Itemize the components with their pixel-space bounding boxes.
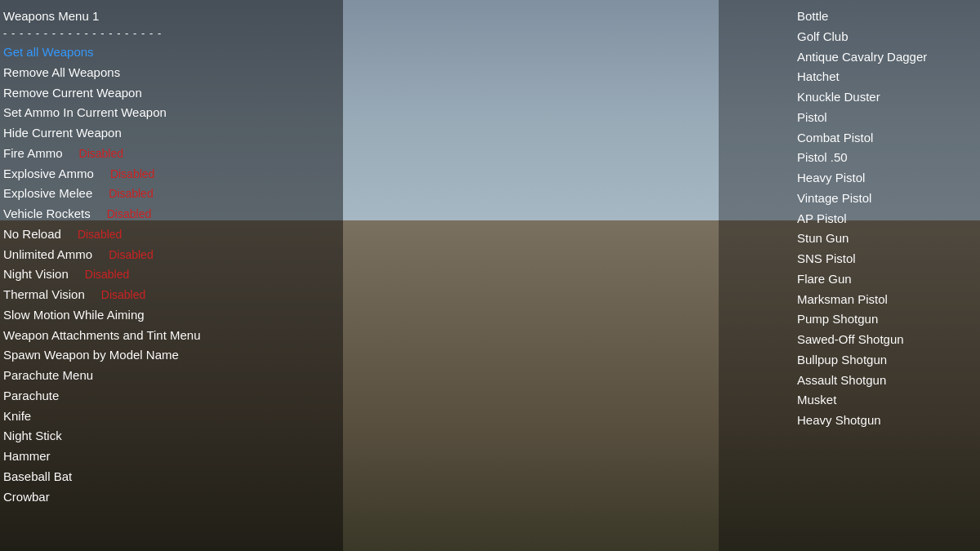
item-label-remove-current-weapon: Remove Current Weapon xyxy=(3,83,142,104)
item-label-spawn-weapon-model: Spawn Weapon by Model Name xyxy=(3,345,179,366)
menu-item-night-stick[interactable]: Night Stick xyxy=(3,426,314,447)
item-label-slow-motion-aiming: Slow Motion While Aiming xyxy=(3,305,145,326)
menu-item-slow-motion-aiming[interactable]: Slow Motion While Aiming xyxy=(3,305,314,326)
right-menu-item-bottle[interactable]: Bottle xyxy=(797,7,977,27)
item-label-unlimited-ammo: Unlimited Ammo xyxy=(3,245,92,265)
item-label-thermal-vision: Thermal Vision xyxy=(3,285,85,305)
right-menu-item-antique-cavalry-dagger[interactable]: Antique Cavalry Dagger xyxy=(797,47,977,68)
right-menu-item-combat-pistol[interactable]: Combat Pistol xyxy=(797,128,977,149)
right-menu-item-ap-pistol[interactable]: AP Pistol xyxy=(797,209,977,229)
right-item-label-bottle: Bottle xyxy=(797,7,828,27)
item-status-fire-ammo: Disabled xyxy=(79,144,123,163)
menu-item-set-ammo[interactable]: Set Ammo In Current Weapon xyxy=(3,103,314,123)
menu-item-hammer[interactable]: Hammer xyxy=(3,447,314,467)
left-menu-items: Get all WeaponsRemove All WeaponsRemove … xyxy=(3,42,314,507)
menu-title: Weapons Menu 1 xyxy=(3,7,314,26)
menu-item-no-reload[interactable]: No ReloadDisabled xyxy=(3,224,314,245)
right-menu-item-sns-pistol[interactable]: SNS Pistol xyxy=(797,249,977,269)
menu-item-crowbar[interactable]: Crowbar xyxy=(3,487,314,508)
right-menu: BottleGolf ClubAntique Cavalry DaggerHat… xyxy=(797,7,977,431)
item-label-night-stick: Night Stick xyxy=(3,426,62,447)
right-item-label-sawed-off-shotgun: Sawed-Off Shotgun xyxy=(797,330,904,350)
right-item-label-flare-gun: Flare Gun xyxy=(797,269,852,290)
right-item-label-bullpup-shotgun: Bullpup Shotgun xyxy=(797,350,887,371)
right-item-label-vintage-pistol: Vintage Pistol xyxy=(797,189,871,209)
menu-item-get-all-weapons[interactable]: Get all Weapons xyxy=(3,42,314,63)
right-menu-item-golf-club[interactable]: Golf Club xyxy=(797,27,977,47)
item-label-crowbar: Crowbar xyxy=(3,487,50,508)
item-label-vehicle-rockets: Vehicle Rockets xyxy=(3,204,91,224)
menu-item-spawn-weapon-model[interactable]: Spawn Weapon by Model Name xyxy=(3,345,314,366)
menu-item-vehicle-rockets[interactable]: Vehicle RocketsDisabled xyxy=(3,204,314,224)
menu-item-thermal-vision[interactable]: Thermal VisionDisabled xyxy=(3,285,314,305)
right-item-label-heavy-shotgun: Heavy Shotgun xyxy=(797,411,881,431)
item-label-hide-current-weapon: Hide Current Weapon xyxy=(3,123,122,144)
item-label-night-vision: Night Vision xyxy=(3,264,69,285)
right-menu-item-vintage-pistol[interactable]: Vintage Pistol xyxy=(797,189,977,209)
right-menu-item-heavy-shotgun[interactable]: Heavy Shotgun xyxy=(797,411,977,431)
item-label-explosive-melee: Explosive Melee xyxy=(3,184,92,204)
item-label-weapon-attachments: Weapon Attachments and Tint Menu xyxy=(3,326,201,346)
right-menu-item-sawed-off-shotgun[interactable]: Sawed-Off Shotgun xyxy=(797,330,977,350)
menu-item-baseball-bat[interactable]: Baseball Bat xyxy=(3,467,314,487)
right-menu-item-hatchet[interactable]: Hatchet xyxy=(797,67,977,87)
item-label-knife: Knife xyxy=(3,407,31,427)
left-menu: Weapons Menu 1 - - - - - - - - - - - - -… xyxy=(3,7,314,507)
right-item-label-assault-shotgun: Assault Shotgun xyxy=(797,371,886,391)
item-status-explosive-ammo: Disabled xyxy=(110,165,154,184)
item-label-parachute: Parachute xyxy=(3,386,59,407)
right-menu-item-musket[interactable]: Musket xyxy=(797,390,977,411)
item-label-hammer: Hammer xyxy=(3,447,51,467)
right-item-label-stun-gun: Stun Gun xyxy=(797,229,849,249)
right-item-label-heavy-pistol: Heavy Pistol xyxy=(797,168,865,189)
right-item-label-hatchet: Hatchet xyxy=(797,67,840,87)
menu-item-explosive-melee[interactable]: Explosive MeleeDisabled xyxy=(3,184,314,204)
right-item-label-marksman-pistol: Marksman Pistol xyxy=(797,290,888,310)
right-item-label-pistol-50: Pistol .50 xyxy=(797,148,848,168)
item-label-no-reload: No Reload xyxy=(3,224,61,245)
right-menu-item-knuckle-duster[interactable]: Knuckle Duster xyxy=(797,87,977,108)
item-label-fire-ammo: Fire Ammo xyxy=(3,144,63,164)
menu-item-knife[interactable]: Knife xyxy=(3,407,314,427)
item-status-explosive-melee: Disabled xyxy=(109,184,153,203)
menu-item-remove-current-weapon[interactable]: Remove Current Weapon xyxy=(3,83,314,104)
menu-item-fire-ammo[interactable]: Fire AmmoDisabled xyxy=(3,144,314,164)
menu-item-night-vision[interactable]: Night VisionDisabled xyxy=(3,264,314,285)
item-status-night-vision: Disabled xyxy=(85,265,129,284)
right-item-label-golf-club: Golf Club xyxy=(797,27,849,47)
right-menu-item-stun-gun[interactable]: Stun Gun xyxy=(797,229,977,249)
item-status-unlimited-ammo: Disabled xyxy=(109,246,153,264)
item-status-thermal-vision: Disabled xyxy=(101,286,145,304)
menu-item-parachute-menu[interactable]: Parachute Menu xyxy=(3,366,314,386)
right-item-label-pump-shotgun: Pump Shotgun xyxy=(797,309,878,330)
menu-item-hide-current-weapon[interactable]: Hide Current Weapon xyxy=(3,123,314,144)
item-status-vehicle-rockets: Disabled xyxy=(107,205,151,224)
right-menu-item-marksman-pistol[interactable]: Marksman Pistol xyxy=(797,290,977,310)
item-label-set-ammo: Set Ammo In Current Weapon xyxy=(3,103,167,123)
menu-item-weapon-attachments[interactable]: Weapon Attachments and Tint Menu xyxy=(3,326,314,346)
right-item-label-sns-pistol: SNS Pistol xyxy=(797,249,856,269)
menu-item-explosive-ammo[interactable]: Explosive AmmoDisabled xyxy=(3,164,314,184)
right-menu-item-pump-shotgun[interactable]: Pump Shotgun xyxy=(797,309,977,330)
item-label-get-all-weapons: Get all Weapons xyxy=(3,42,94,63)
right-menu-item-pistol[interactable]: Pistol xyxy=(797,108,977,128)
right-item-label-knuckle-duster: Knuckle Duster xyxy=(797,87,880,108)
right-menu-items: BottleGolf ClubAntique Cavalry DaggerHat… xyxy=(797,7,977,431)
right-item-label-musket: Musket xyxy=(797,390,836,411)
right-item-label-pistol: Pistol xyxy=(797,108,827,128)
item-label-explosive-ammo: Explosive Ammo xyxy=(3,164,94,184)
right-menu-item-heavy-pistol[interactable]: Heavy Pistol xyxy=(797,168,977,189)
right-menu-item-pistol-50[interactable]: Pistol .50 xyxy=(797,148,977,168)
item-status-no-reload: Disabled xyxy=(78,225,122,244)
right-menu-item-assault-shotgun[interactable]: Assault Shotgun xyxy=(797,371,977,391)
menu-item-remove-all-weapons[interactable]: Remove All Weapons xyxy=(3,63,314,83)
menu-item-parachute[interactable]: Parachute xyxy=(3,386,314,407)
right-item-label-antique-cavalry-dagger: Antique Cavalry Dagger xyxy=(797,47,927,68)
right-item-label-ap-pistol: AP Pistol xyxy=(797,209,847,229)
right-menu-item-bullpup-shotgun[interactable]: Bullpup Shotgun xyxy=(797,350,977,371)
right-menu-item-flare-gun[interactable]: Flare Gun xyxy=(797,269,977,290)
right-item-label-combat-pistol: Combat Pistol xyxy=(797,128,873,149)
item-label-baseball-bat: Baseball Bat xyxy=(3,467,72,487)
item-label-parachute-menu: Parachute Menu xyxy=(3,366,93,386)
menu-item-unlimited-ammo[interactable]: Unlimited AmmoDisabled xyxy=(3,245,314,265)
